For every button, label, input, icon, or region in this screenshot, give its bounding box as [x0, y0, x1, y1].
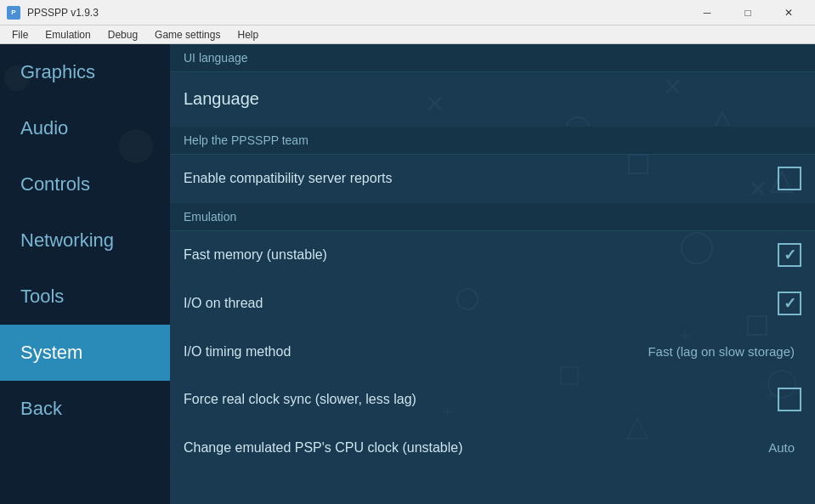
- setting-fast-memory-label: Fast memory (unstable): [184, 247, 778, 263]
- content-area: ✕ ✕ ✕ + + + + UI language: [170, 44, 815, 504]
- section-header-help: Help the PPSSPP team: [170, 127, 815, 155]
- sidebar-label-networking: Networking: [20, 229, 114, 251]
- menu-help[interactable]: Help: [229, 27, 267, 42]
- io-on-thread-checkbox[interactable]: [778, 292, 801, 315]
- setting-language[interactable]: Language: [170, 72, 815, 127]
- app-icon: P: [7, 6, 20, 20]
- section-header-label-help: Help the PPSSPP team: [184, 133, 308, 147]
- setting-cpu-clock-label: Change emulated PSP's CPU clock (unstabl…: [184, 440, 768, 456]
- window-title: PPSSPP v1.9.3: [27, 7, 99, 19]
- setting-io-timing-method[interactable]: I/O timing method Fast (lag on slow stor…: [170, 328, 815, 376]
- section-header-ui-language: UI language: [170, 44, 815, 72]
- sidebar-item-system[interactable]: System: [0, 325, 170, 381]
- setting-force-real-clock-sync-label: Force real clock sync (slower, less lag): [184, 392, 778, 407]
- sidebar-label-back: Back: [20, 398, 62, 419]
- menu-bar: File Emulation Debug Game settings Help: [0, 25, 815, 44]
- menu-debug[interactable]: Debug: [99, 27, 146, 42]
- sidebar-label-system: System: [20, 342, 82, 363]
- fast-memory-checkbox[interactable]: [778, 243, 801, 267]
- sidebar-item-controls[interactable]: Controls: [0, 156, 170, 212]
- setting-io-timing-method-value: Fast (lag on slow storage): [648, 344, 795, 359]
- setting-cpu-clock[interactable]: Change emulated PSP's CPU clock (unstabl…: [170, 424, 815, 472]
- sidebar: Graphics Audio Controls Networking Tools…: [0, 44, 170, 504]
- section-header-label-ui-language: UI language: [184, 51, 248, 65]
- title-bar-left: P PPSSPP v1.9.3: [7, 6, 99, 20]
- menu-file[interactable]: File: [3, 27, 37, 42]
- title-bar-controls: ─ □ ✕: [688, 0, 808, 25]
- menu-game-settings[interactable]: Game settings: [146, 27, 229, 42]
- setting-cpu-clock-value: Auto: [768, 440, 795, 455]
- menu-emulation[interactable]: Emulation: [37, 27, 99, 42]
- sidebar-item-back[interactable]: Back: [0, 381, 170, 437]
- sidebar-item-networking[interactable]: Networking: [0, 212, 170, 269]
- setting-io-on-thread-label: I/O on thread: [184, 296, 778, 311]
- setting-compatibility-reports[interactable]: Enable compatibility server reports: [170, 155, 815, 203]
- main-content: Graphics Audio Controls Networking Tools…: [0, 44, 815, 504]
- title-bar: P PPSSPP v1.9.3 ─ □ ✕: [0, 0, 815, 25]
- setting-io-on-thread[interactable]: I/O on thread: [170, 280, 815, 328]
- setting-language-label: Language: [184, 89, 801, 109]
- force-real-clock-sync-checkbox[interactable]: [778, 388, 801, 411]
- sidebar-item-audio[interactable]: Audio: [0, 100, 170, 156]
- sidebar-item-tools[interactable]: Tools: [0, 269, 170, 325]
- compatibility-reports-checkbox[interactable]: [778, 167, 801, 190]
- sidebar-label-audio: Audio: [20, 117, 68, 139]
- setting-compatibility-reports-label: Enable compatibility server reports: [184, 171, 778, 186]
- section-header-emulation: Emulation: [170, 203, 815, 231]
- setting-force-real-clock-sync[interactable]: Force real clock sync (slower, less lag): [170, 376, 815, 424]
- section-header-label-emulation: Emulation: [184, 210, 236, 224]
- minimize-button[interactable]: ─: [688, 0, 727, 25]
- sidebar-label-tools: Tools: [20, 286, 64, 307]
- setting-io-timing-method-label: I/O timing method: [184, 344, 648, 360]
- setting-fast-memory[interactable]: Fast memory (unstable): [170, 231, 815, 280]
- sidebar-label-graphics: Graphics: [20, 61, 95, 82]
- maximize-button[interactable]: □: [728, 0, 767, 25]
- sidebar-item-graphics[interactable]: Graphics: [0, 44, 170, 100]
- sidebar-label-controls: Controls: [20, 173, 90, 195]
- close-button[interactable]: ✕: [769, 0, 808, 25]
